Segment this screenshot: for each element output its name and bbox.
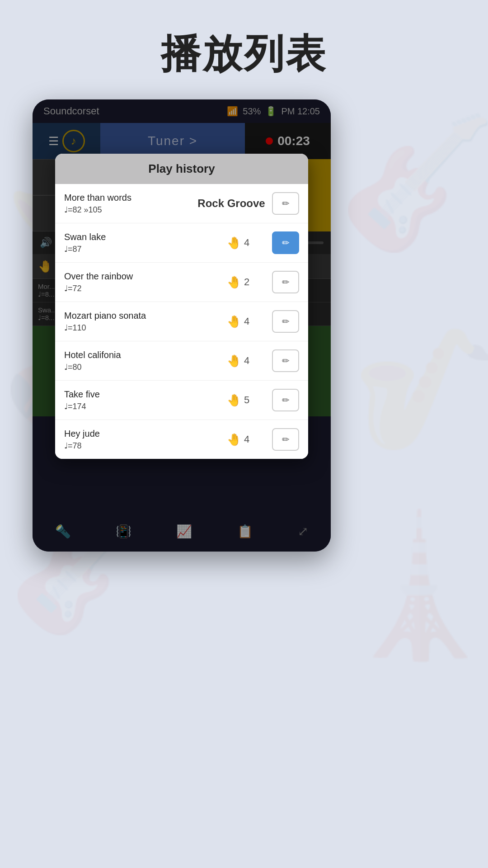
edit-icon-0: ✏ bbox=[282, 198, 290, 209]
history-name-1: Swan lake bbox=[64, 232, 227, 242]
history-info-2: Over the rainbow ♩=72 bbox=[64, 271, 227, 293]
page-title: 播放列表 bbox=[0, 27, 488, 81]
edit-button-5[interactable]: ✏ bbox=[272, 389, 299, 411]
history-info-3: Mozart piano sonata ♩=110 bbox=[64, 311, 227, 333]
svg-text:🗼: 🗼 bbox=[334, 505, 488, 667]
history-beat-6: 🤚4 bbox=[227, 433, 272, 447]
edit-button-0[interactable]: ✏ bbox=[272, 192, 299, 215]
edit-icon-3: ✏ bbox=[282, 316, 290, 327]
history-item-4[interactable]: Hotel califonia ♩=80 🤚4 ✏ bbox=[55, 341, 308, 381]
history-style-0: Rock Groove bbox=[191, 197, 272, 210]
edit-icon-1: ✏ bbox=[282, 237, 290, 248]
history-item-2[interactable]: Over the rainbow ♩=72 🤚2 ✏ bbox=[55, 263, 308, 302]
history-bpm-4: ♩=80 bbox=[64, 362, 227, 372]
history-info-6: Hey jude ♩=78 bbox=[64, 429, 227, 451]
history-item-3[interactable]: Mozart piano sonata ♩=110 🤚4 ✏ bbox=[55, 302, 308, 341]
history-item-1[interactable]: Swan lake ♩=87 🤚4 ✏ bbox=[55, 223, 308, 263]
history-item-6[interactable]: Hey jude ♩=78 🤚4 ✏ bbox=[55, 420, 308, 459]
modal-title: Play history bbox=[148, 162, 215, 175]
edit-button-4[interactable]: ✏ bbox=[272, 349, 299, 372]
history-bpm-2: ♩=72 bbox=[64, 283, 227, 293]
history-beat-2: 🤚2 bbox=[227, 275, 272, 289]
edit-button-2[interactable]: ✏ bbox=[272, 271, 299, 293]
play-history-modal: Play history More than words ♩=82 »105 R… bbox=[55, 154, 308, 459]
clap-icon-2: 🤚 bbox=[227, 275, 241, 289]
history-name-5: Take five bbox=[64, 389, 227, 400]
clap-icon-5: 🤚 bbox=[227, 393, 241, 407]
modal-overlay: Play history More than words ♩=82 »105 R… bbox=[33, 99, 331, 552]
modal-body: More than words ♩=82 »105 Rock Groove ✏ … bbox=[55, 184, 308, 459]
history-bpm-0: ♩=82 »105 bbox=[64, 205, 191, 215]
history-beat-3: 🤚4 bbox=[227, 315, 272, 329]
history-info-0: More than words ♩=82 »105 bbox=[64, 193, 191, 215]
history-name-4: Hotel califonia bbox=[64, 350, 227, 360]
edit-button-6[interactable]: ✏ bbox=[272, 428, 299, 451]
phone-frame: Soundcorset 📶 53% 🔋 PM 12:05 ☰ ♪ Tuner >… bbox=[33, 99, 331, 552]
history-bpm-6: ♩=78 bbox=[64, 441, 227, 451]
history-info-4: Hotel califonia ♩=80 bbox=[64, 350, 227, 372]
edit-icon-6: ✏ bbox=[282, 434, 290, 445]
history-info-1: Swan lake ♩=87 bbox=[64, 232, 227, 254]
clap-icon-1: 🤚 bbox=[227, 236, 241, 250]
history-name-2: Over the rainbow bbox=[64, 271, 227, 282]
clap-icon-4: 🤚 bbox=[227, 354, 241, 368]
edit-icon-4: ✏ bbox=[282, 355, 290, 366]
clap-icon-6: 🤚 bbox=[227, 433, 241, 447]
edit-icon-2: ✏ bbox=[282, 277, 290, 288]
modal-header: Play history bbox=[55, 154, 308, 184]
history-beat-1: 🤚4 bbox=[227, 236, 272, 250]
svg-text:🎷: 🎷 bbox=[352, 319, 488, 459]
history-beat-5: 🤚5 bbox=[227, 393, 272, 407]
history-info-5: Take five ♩=174 bbox=[64, 389, 227, 411]
clap-icon-3: 🤚 bbox=[227, 315, 241, 329]
edit-button-3[interactable]: ✏ bbox=[272, 310, 299, 333]
edit-icon-5: ✏ bbox=[282, 395, 290, 406]
history-name-0: More than words bbox=[64, 193, 191, 203]
history-item-5[interactable]: Take five ♩=174 🤚5 ✏ bbox=[55, 381, 308, 420]
history-bpm-5: ♩=174 bbox=[64, 401, 227, 411]
svg-text:🎸: 🎸 bbox=[339, 107, 488, 258]
history-name-6: Hey jude bbox=[64, 429, 227, 439]
history-bpm-1: ♩=87 bbox=[64, 244, 227, 254]
history-bpm-3: ♩=110 bbox=[64, 323, 227, 333]
edit-button-1[interactable]: ✏ bbox=[272, 231, 299, 254]
history-item-0[interactable]: More than words ♩=82 »105 Rock Groove ✏ bbox=[55, 184, 308, 223]
history-beat-4: 🤚4 bbox=[227, 354, 272, 368]
history-name-3: Mozart piano sonata bbox=[64, 311, 227, 321]
